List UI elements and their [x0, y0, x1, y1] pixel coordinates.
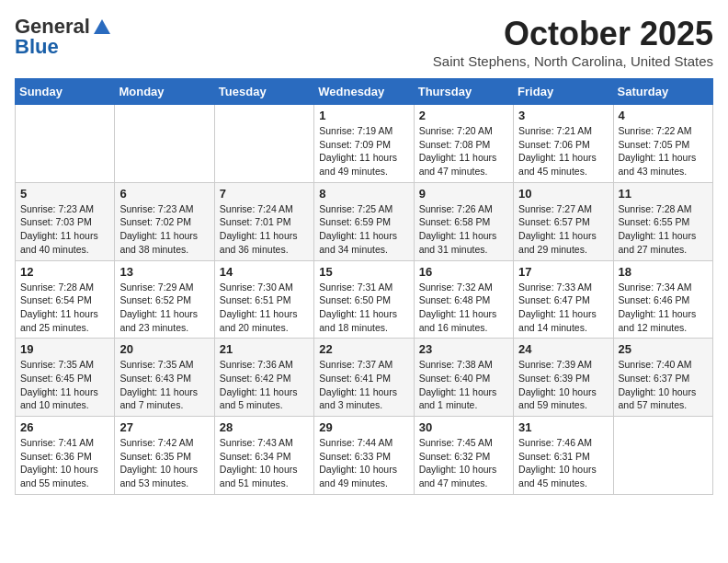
day-info: Sunrise: 7:28 AM Sunset: 6:55 PM Dayligh… [619, 202, 708, 257]
day-number: 2 [419, 109, 508, 122]
day-info: Sunrise: 7:34 AM Sunset: 6:46 PM Dayligh… [619, 281, 708, 335]
day-info: Sunrise: 7:24 AM Sunset: 7:01 PM Dayligh… [220, 202, 309, 257]
day-info: Sunrise: 7:45 AM Sunset: 6:32 PM Dayligh… [419, 436, 508, 490]
logo-blue-text: Blue [15, 35, 59, 59]
day-of-week-header: Monday [115, 79, 214, 105]
calendar-cell: 29Sunrise: 7:44 AM Sunset: 6:33 PM Dayli… [314, 417, 414, 495]
day-of-week-header: Thursday [414, 79, 513, 105]
day-number: 5 [20, 187, 109, 201]
day-info: Sunrise: 7:21 AM Sunset: 7:06 PM Dayligh… [518, 124, 608, 178]
calendar-cell: 19Sunrise: 7:35 AM Sunset: 6:45 PM Dayli… [16, 339, 115, 417]
day-number: 22 [319, 342, 408, 356]
calendar-cell: 20Sunrise: 7:35 AM Sunset: 6:43 PM Dayli… [115, 339, 214, 417]
day-info: Sunrise: 7:37 AM Sunset: 6:41 PM Dayligh… [319, 358, 408, 412]
logo-icon [92, 17, 112, 36]
calendar-cell: 31Sunrise: 7:46 AM Sunset: 6:31 PM Dayli… [514, 417, 613, 495]
calendar-cell: 6Sunrise: 7:23 AM Sunset: 7:02 PM Daylig… [115, 182, 214, 260]
calendar-cell: 5Sunrise: 7:23 AM Sunset: 7:03 PM Daylig… [16, 182, 115, 260]
calendar-week-row: 1Sunrise: 7:19 AM Sunset: 7:09 PM Daylig… [16, 105, 713, 183]
day-info: Sunrise: 7:27 AM Sunset: 6:57 PM Dayligh… [518, 202, 608, 257]
calendar-cell: 22Sunrise: 7:37 AM Sunset: 6:41 PM Dayli… [314, 339, 414, 417]
calendar-cell: 16Sunrise: 7:32 AM Sunset: 6:48 PM Dayli… [414, 260, 513, 339]
calendar-week-row: 19Sunrise: 7:35 AM Sunset: 6:45 PM Dayli… [16, 339, 713, 417]
day-number: 19 [20, 342, 109, 356]
calendar-table: SundayMondayTuesdayWednesdayThursdayFrid… [15, 78, 713, 495]
calendar-cell: 7Sunrise: 7:24 AM Sunset: 7:01 PM Daylig… [214, 182, 313, 260]
day-number: 4 [619, 109, 708, 122]
day-info: Sunrise: 7:25 AM Sunset: 6:59 PM Dayligh… [319, 202, 408, 257]
page-header: General Blue October 2025 Saint Stephens… [15, 15, 713, 69]
calendar-header-row: SundayMondayTuesdayWednesdayThursdayFrid… [16, 79, 713, 105]
day-number: 29 [319, 420, 408, 434]
calendar-cell: 28Sunrise: 7:43 AM Sunset: 6:34 PM Dayli… [214, 417, 313, 495]
day-info: Sunrise: 7:36 AM Sunset: 6:42 PM Dayligh… [220, 358, 309, 412]
calendar-cell [16, 105, 115, 183]
day-number: 26 [20, 420, 109, 434]
day-info: Sunrise: 7:23 AM Sunset: 7:02 PM Dayligh… [119, 202, 209, 257]
day-info: Sunrise: 7:39 AM Sunset: 6:39 PM Dayligh… [518, 358, 608, 412]
day-info: Sunrise: 7:35 AM Sunset: 6:43 PM Dayligh… [119, 358, 209, 412]
day-info: Sunrise: 7:28 AM Sunset: 6:54 PM Dayligh… [20, 281, 109, 335]
day-number: 6 [119, 187, 209, 201]
day-info: Sunrise: 7:30 AM Sunset: 6:51 PM Dayligh… [220, 281, 309, 335]
calendar-cell: 26Sunrise: 7:41 AM Sunset: 6:36 PM Dayli… [16, 417, 115, 495]
calendar-cell: 18Sunrise: 7:34 AM Sunset: 6:46 PM Dayli… [613, 260, 712, 339]
calendar-cell: 9Sunrise: 7:26 AM Sunset: 6:58 PM Daylig… [414, 182, 513, 260]
day-info: Sunrise: 7:42 AM Sunset: 6:35 PM Dayligh… [119, 436, 209, 490]
day-info: Sunrise: 7:32 AM Sunset: 6:48 PM Dayligh… [419, 281, 508, 335]
day-number: 10 [518, 187, 608, 201]
calendar-week-row: 5Sunrise: 7:23 AM Sunset: 7:03 PM Daylig… [16, 182, 713, 260]
day-of-week-header: Tuesday [214, 79, 313, 105]
day-info: Sunrise: 7:41 AM Sunset: 6:36 PM Dayligh… [20, 436, 109, 490]
day-number: 28 [220, 420, 309, 434]
title-block: October 2025 Saint Stephens, North Carol… [433, 15, 713, 69]
day-info: Sunrise: 7:20 AM Sunset: 7:08 PM Dayligh… [419, 124, 508, 178]
day-number: 1 [319, 109, 408, 122]
day-info: Sunrise: 7:44 AM Sunset: 6:33 PM Dayligh… [319, 436, 408, 490]
day-info: Sunrise: 7:38 AM Sunset: 6:40 PM Dayligh… [419, 358, 508, 412]
calendar-cell: 11Sunrise: 7:28 AM Sunset: 6:55 PM Dayli… [613, 182, 712, 260]
day-number: 20 [119, 342, 209, 356]
calendar-cell: 12Sunrise: 7:28 AM Sunset: 6:54 PM Dayli… [16, 260, 115, 339]
day-number: 23 [419, 342, 508, 356]
calendar-week-row: 26Sunrise: 7:41 AM Sunset: 6:36 PM Dayli… [16, 417, 713, 495]
day-info: Sunrise: 7:43 AM Sunset: 6:34 PM Dayligh… [220, 436, 309, 490]
day-number: 27 [119, 420, 209, 434]
day-info: Sunrise: 7:19 AM Sunset: 7:09 PM Dayligh… [319, 124, 408, 178]
calendar-cell [214, 105, 313, 183]
day-number: 14 [220, 265, 309, 279]
calendar-cell: 21Sunrise: 7:36 AM Sunset: 6:42 PM Dayli… [214, 339, 313, 417]
calendar-week-row: 12Sunrise: 7:28 AM Sunset: 6:54 PM Dayli… [16, 260, 713, 339]
day-info: Sunrise: 7:22 AM Sunset: 7:05 PM Dayligh… [619, 124, 708, 178]
day-number: 3 [518, 109, 608, 122]
day-info: Sunrise: 7:46 AM Sunset: 6:31 PM Dayligh… [518, 436, 608, 490]
day-number: 7 [220, 187, 309, 201]
day-of-week-header: Sunday [16, 79, 115, 105]
day-number: 25 [619, 342, 708, 356]
day-info: Sunrise: 7:29 AM Sunset: 6:52 PM Dayligh… [119, 281, 209, 335]
calendar-cell: 25Sunrise: 7:40 AM Sunset: 6:37 PM Dayli… [613, 339, 712, 417]
calendar-cell: 1Sunrise: 7:19 AM Sunset: 7:09 PM Daylig… [314, 105, 414, 183]
day-info: Sunrise: 7:40 AM Sunset: 6:37 PM Dayligh… [619, 358, 708, 412]
day-number: 13 [119, 265, 209, 279]
day-number: 11 [619, 187, 708, 201]
calendar-cell [115, 105, 214, 183]
day-number: 16 [419, 265, 508, 279]
day-of-week-header: Saturday [613, 79, 712, 105]
day-number: 9 [419, 187, 508, 201]
logo: General Blue [15, 15, 112, 59]
calendar-cell: 23Sunrise: 7:38 AM Sunset: 6:40 PM Dayli… [414, 339, 513, 417]
day-of-week-header: Friday [514, 79, 613, 105]
day-number: 21 [220, 342, 309, 356]
day-number: 12 [20, 265, 109, 279]
day-number: 17 [518, 265, 608, 279]
calendar-cell: 27Sunrise: 7:42 AM Sunset: 6:35 PM Dayli… [115, 417, 214, 495]
day-number: 8 [319, 187, 408, 201]
day-info: Sunrise: 7:35 AM Sunset: 6:45 PM Dayligh… [20, 358, 109, 412]
calendar-cell: 13Sunrise: 7:29 AM Sunset: 6:52 PM Dayli… [115, 260, 214, 339]
calendar-cell [613, 417, 712, 495]
calendar-cell: 17Sunrise: 7:33 AM Sunset: 6:47 PM Dayli… [514, 260, 613, 339]
day-number: 31 [518, 420, 608, 434]
calendar-cell: 30Sunrise: 7:45 AM Sunset: 6:32 PM Dayli… [414, 417, 513, 495]
calendar-cell: 14Sunrise: 7:30 AM Sunset: 6:51 PM Dayli… [214, 260, 313, 339]
